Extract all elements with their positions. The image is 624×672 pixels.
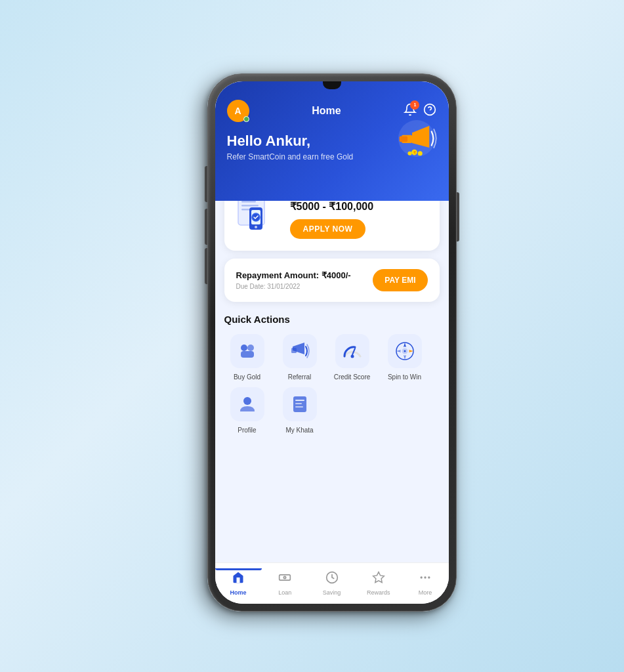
nav-active-indicator [215, 568, 262, 570]
referral-icon [283, 334, 317, 368]
svg-point-37 [424, 576, 426, 578]
svg-rect-31 [295, 400, 304, 401]
apply-now-button[interactable]: APPLY NOW [290, 219, 366, 239]
repayment-due-date: Due Date: 31/01/2022 [236, 283, 351, 290]
pay-emi-button[interactable]: PAY EMI [373, 269, 427, 291]
svg-rect-32 [295, 403, 302, 404]
repayment-info: Repayment Amount: ₹4000/- Due Date: 31/0… [236, 270, 351, 290]
profile-label: Profile [238, 427, 256, 434]
svg-marker-35 [373, 572, 384, 583]
home-nav-label: Home [230, 589, 247, 596]
saving-nav-icon [325, 571, 339, 587]
svg-rect-13 [241, 205, 259, 207]
bottom-nav: Home Loan [215, 562, 449, 604]
phone-screen: A Home 1 [215, 81, 449, 604]
credit-score-icon [335, 334, 369, 368]
nav-loan[interactable]: Loan [262, 568, 308, 596]
quick-actions-title: Quick Actions [224, 314, 440, 325]
svg-point-19 [241, 345, 247, 351]
nav-rewards[interactable]: Rewards [355, 568, 402, 596]
svg-rect-21 [241, 351, 254, 358]
svg-point-17 [255, 226, 257, 228]
buy-gold-label: Buy Gold [234, 373, 260, 381]
svg-point-20 [247, 345, 254, 351]
svg-point-7 [417, 151, 422, 156]
spin-to-win-label: Spin to Win [388, 373, 421, 381]
quick-action-credit-score[interactable]: Credit Score [329, 334, 375, 381]
svg-point-34 [284, 576, 286, 578]
nav-home[interactable]: Home [215, 568, 262, 596]
header-mascot: ₹ [394, 116, 440, 161]
quick-action-buy-gold[interactable]: Buy Gold [224, 334, 270, 381]
quick-action-referral[interactable]: Referral [277, 334, 323, 381]
avatar-initial: A [234, 106, 241, 116]
notification-badge: 1 [410, 100, 419, 110]
credit-score-label: Credit Score [334, 373, 371, 381]
phone-mockup: A Home 1 [207, 74, 457, 612]
app-container: A Home 1 [215, 81, 449, 604]
repayment-card: Repayment Amount: ₹4000/- Due Date: 31/0… [224, 259, 440, 302]
nav-saving[interactable]: Saving [308, 568, 355, 596]
loan-amount: ₹5000 - ₹100,000 [290, 200, 429, 213]
rewards-nav-icon [372, 571, 385, 587]
more-nav-icon [419, 571, 432, 587]
content-area: Loan Offers Unlocked ₹5000 - ₹100,000 AP… [215, 177, 449, 562]
avatar-status-dot [243, 116, 249, 122]
rewards-nav-label: Rewards [367, 589, 390, 596]
quick-action-spin-to-win[interactable]: Spin to Win [382, 334, 428, 381]
svg-rect-5 [399, 136, 407, 142]
loan-nav-label: Loan [278, 589, 291, 596]
more-nav-label: More [419, 589, 432, 596]
svg-point-29 [243, 397, 251, 405]
app-header: A Home 1 [215, 81, 449, 201]
svg-rect-23 [291, 348, 297, 353]
my-khata-icon [283, 387, 317, 421]
home-nav-icon [232, 571, 245, 587]
loan-nav-icon [278, 571, 291, 587]
svg-rect-33 [295, 406, 303, 408]
buy-gold-icon [230, 334, 264, 368]
svg-rect-12 [241, 201, 256, 203]
svg-point-8 [407, 152, 411, 156]
quick-action-profile[interactable]: Profile [224, 387, 270, 434]
avatar[interactable]: A [227, 100, 249, 122]
repayment-amount: Repayment Amount: ₹4000/- [236, 270, 351, 280]
svg-point-28 [404, 350, 406, 352]
svg-text:₹: ₹ [413, 150, 415, 155]
svg-point-38 [428, 576, 430, 578]
quick-actions-section: Quick Actions Buy Gold [224, 314, 440, 434]
referral-label: Referral [288, 373, 312, 381]
saving-nav-label: Saving [323, 589, 341, 596]
spin-to-win-icon [388, 334, 422, 368]
nav-more[interactable]: More [402, 568, 448, 596]
profile-icon [230, 387, 264, 421]
svg-point-36 [420, 576, 422, 578]
header-title: Home [312, 105, 341, 117]
my-khata-label: My Khata [285, 427, 313, 434]
quick-actions-grid: Buy Gold [224, 334, 440, 434]
quick-action-my-khata[interactable]: My Khata [277, 387, 323, 434]
